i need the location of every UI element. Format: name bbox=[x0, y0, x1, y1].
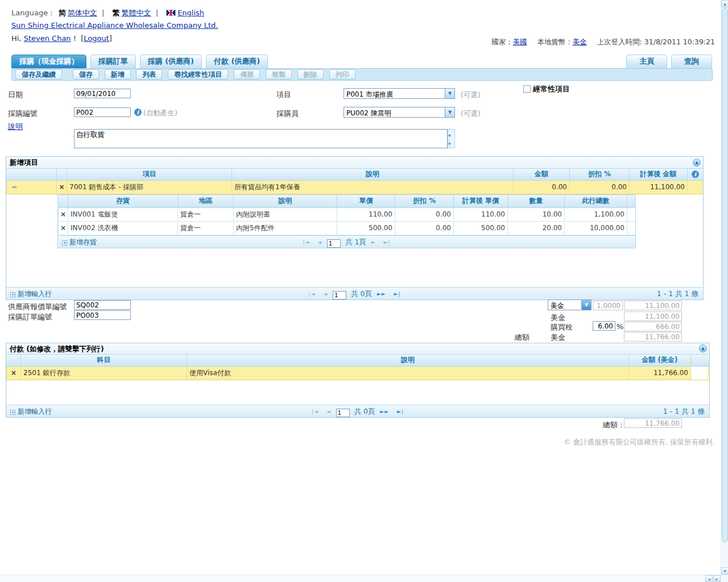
new-button[interactable]: 新增 bbox=[105, 69, 131, 80]
delete-row-icon[interactable]: × bbox=[6, 367, 20, 380]
tab-payment-supplier[interactable]: 付款 (供應商) bbox=[206, 55, 268, 68]
collapse-panel-icon[interactable]: ▲ bbox=[699, 344, 707, 352]
payment-panel: 付款 (如修改，請雙擊下列行) ▲ 科目 說明 金額 (美金) × 2501 銀… bbox=[6, 343, 710, 418]
payment-row[interactable]: × 2501 銀行存款 使用Visa付款 11,766.00 bbox=[6, 367, 709, 380]
next-page-icon[interactable]: ►► bbox=[377, 291, 386, 297]
purchase-order-label: 採購訂單編號 bbox=[8, 312, 52, 322]
lang-english-link[interactable]: English bbox=[177, 9, 204, 17]
voucher-button: 傳票 bbox=[234, 69, 260, 80]
project-label: 項目 bbox=[276, 90, 291, 100]
item-amount-cell: 0.00 bbox=[513, 181, 569, 194]
discount-cell: 0.00 bbox=[395, 222, 453, 235]
percent-sign: % bbox=[617, 322, 623, 331]
last-login-label: 上次登入時間: bbox=[597, 38, 642, 46]
unit-price-cell: 110.00 bbox=[337, 208, 395, 221]
inv-cell: INV001 電飯煲 bbox=[68, 208, 177, 221]
page-input[interactable] bbox=[333, 291, 346, 300]
chevron-down-icon[interactable]: ▼ bbox=[581, 300, 591, 310]
last-page-icon[interactable]: ►| bbox=[394, 291, 400, 297]
vertical-scrollbar[interactable]: ▲ ▼ bbox=[721, 0, 728, 575]
company-line: Sun Shing Electrical Appliance Wholesale… bbox=[11, 21, 218, 30]
last-page-icon[interactable]: ►| bbox=[397, 409, 404, 414]
tab-inquiry[interactable]: 查詢 bbox=[671, 55, 712, 68]
desc-cell: 內附5件配件 bbox=[233, 222, 337, 235]
country-link[interactable]: 美國 bbox=[512, 38, 527, 46]
tab-purchase-supplier[interactable]: 採購 (供應商) bbox=[140, 55, 202, 68]
tax-rate-input[interactable] bbox=[593, 321, 615, 331]
purchaser-label: 採購員 bbox=[276, 109, 299, 119]
inventory-row[interactable]: × INV002 洗衣機 貨倉一 內附5件配件 500.00 0.00 500.… bbox=[58, 222, 635, 235]
unit-price-cell: 500.00 bbox=[337, 222, 395, 235]
scroll-up-icon[interactable]: ▲ bbox=[448, 132, 451, 136]
col-account: 科目 bbox=[20, 355, 187, 366]
col-amount: 金額 bbox=[513, 169, 569, 180]
delete-row-icon[interactable]: × bbox=[56, 181, 67, 194]
scroll-up-icon[interactable]: ▲ bbox=[721, 0, 728, 7]
item-calc-amount-cell: 11,100.00 bbox=[629, 181, 687, 194]
purchaser-select[interactable]: PU002 陳震明 ▼ bbox=[344, 107, 455, 118]
chevron-down-icon[interactable]: ▼ bbox=[445, 107, 454, 117]
tab-purchase-cash[interactable]: 採購（現金採購） bbox=[11, 55, 86, 68]
exchange-rate-input bbox=[593, 301, 623, 310]
copyright-text: © 會計通服務有限公司版權所有. 保留所有權利. bbox=[564, 438, 715, 447]
purchase-order-input[interactable] bbox=[74, 310, 131, 320]
lang-simplified-link[interactable]: 简体中文 bbox=[68, 9, 97, 17]
collapse-row-icon[interactable]: − bbox=[11, 183, 17, 191]
recurring-field: 經常性項目 bbox=[523, 84, 570, 94]
scroll-left-icon[interactable]: ◄ bbox=[705, 575, 713, 582]
tax-amount-input bbox=[624, 322, 682, 331]
project-select[interactable]: P001 市場推廣 ▼ bbox=[344, 88, 455, 99]
next-page-icon[interactable]: ►► bbox=[380, 409, 389, 414]
description-link[interactable]: 說明 bbox=[8, 122, 23, 131]
currency-select[interactable]: 美金 ▼ bbox=[548, 300, 592, 310]
horizontal-scrollbar[interactable]: ◄ ► bbox=[0, 575, 721, 582]
inventory-row[interactable]: × INV001 電飯煲 貨倉一 內附說明書 110.00 0.00 110.0… bbox=[58, 208, 635, 222]
supplier-quote-input[interactable] bbox=[74, 300, 131, 310]
company-link[interactable]: Sun Shing Electrical Appliance Wholesale… bbox=[11, 21, 218, 30]
col-item: 項目 bbox=[67, 169, 231, 180]
delete-row-icon[interactable]: × bbox=[58, 222, 68, 235]
prev-page-icon: ◄ bbox=[326, 409, 331, 414]
inventory-footer-bar: +新增存貨 |◄ ◄ 共 1頁 ► ►| bbox=[58, 235, 635, 248]
greeting-suffix: ! bbox=[73, 34, 76, 43]
page-input[interactable] bbox=[336, 409, 350, 417]
first-page-icon: |◄ bbox=[303, 239, 310, 245]
scroll-down-icon[interactable]: ▼ bbox=[448, 141, 451, 146]
local-currency-link[interactable]: 美金 bbox=[573, 38, 587, 46]
save-button[interactable]: 儲存 bbox=[73, 69, 99, 80]
scroll-right-icon[interactable]: ► bbox=[713, 575, 721, 582]
description-textarea[interactable]: 自行取貨 bbox=[74, 129, 448, 148]
logout-link[interactable]: Logout bbox=[84, 34, 109, 43]
list-button[interactable]: 列表 bbox=[136, 69, 162, 80]
info-icon: i bbox=[134, 109, 142, 116]
language-label: Language : bbox=[11, 9, 53, 17]
tab-home[interactable]: 主頁 bbox=[626, 55, 667, 68]
auto-generate-hint: (自動產生) bbox=[143, 109, 177, 118]
save-and-continue-button[interactable]: 儲存及繼續 bbox=[15, 69, 62, 80]
calc-unit-price-cell: 500.00 bbox=[453, 222, 507, 235]
vertical-scrollbar-thumb[interactable] bbox=[722, 8, 728, 542]
chevron-down-icon[interactable]: ▼ bbox=[445, 89, 454, 98]
recurring-checkbox[interactable] bbox=[523, 85, 531, 93]
item-row[interactable]: − × 7001 銷售成本 - 採購部 所有貨品均有1年保養 0.00 0.00… bbox=[6, 181, 703, 194]
print-button: 列印 bbox=[329, 69, 355, 80]
page-total: 共 0頁 bbox=[354, 407, 375, 415]
delete-row-icon[interactable]: × bbox=[58, 208, 68, 221]
collapse-panel-icon[interactable]: ▲ bbox=[693, 159, 701, 167]
tab-purchase-order[interactable]: 採購訂單 bbox=[90, 55, 136, 68]
scroll-down-icon[interactable]: ▼ bbox=[721, 567, 728, 575]
scrollbar-corner bbox=[721, 575, 728, 582]
find-recurring-button[interactable]: 尋找經常性項目 bbox=[168, 69, 228, 80]
textarea-scrollbar: ▲ ▼ bbox=[448, 129, 455, 148]
page-input[interactable] bbox=[327, 239, 341, 248]
total-currency-label: 美金 bbox=[551, 332, 565, 343]
purchase-no-input[interactable] bbox=[74, 107, 131, 117]
user-link[interactable]: Steven Chan bbox=[24, 34, 71, 43]
first-page-icon: |◄ bbox=[312, 409, 318, 414]
payment-panel-title: 付款 (如修改，請雙擊下列行) bbox=[10, 344, 104, 353]
date-input[interactable] bbox=[74, 89, 131, 98]
col-pay-desc: 說明 bbox=[187, 355, 628, 366]
session-info: 國家 : 美國 本地貨幣 : 美金 上次登入時間: 31/8/2011 10:3… bbox=[483, 38, 715, 47]
uk-flag-icon bbox=[166, 10, 176, 16]
lang-traditional-link[interactable]: 繁體中文 bbox=[121, 9, 151, 17]
